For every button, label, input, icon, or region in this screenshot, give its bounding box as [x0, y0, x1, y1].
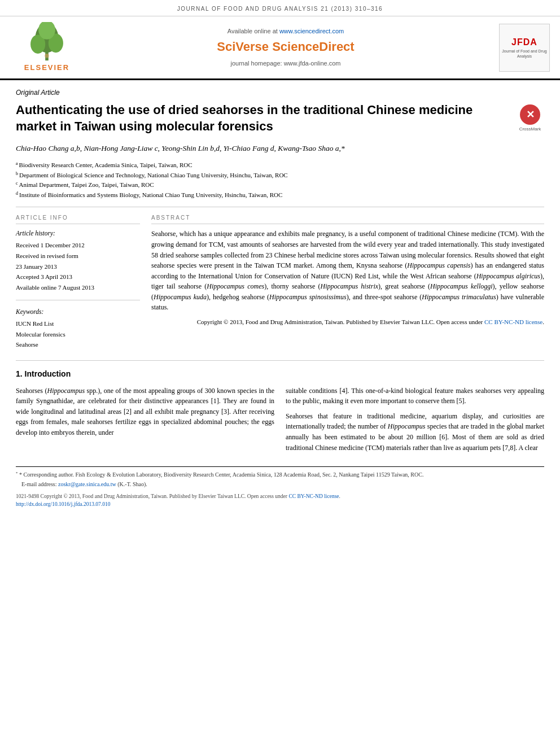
- intro-right-column: suitable conditions [4]. This one-of-a-k…: [286, 386, 544, 458]
- received-date-2: 23 January 2013: [16, 261, 140, 272]
- copyright-footer: 1021-9498 Copyright © 2013, Food and Dru…: [16, 492, 544, 509]
- title-crossmark-row: Authenticating the use of dried seahorse…: [16, 102, 544, 134]
- intro-left-column: Seahorses (Hippocampus spp.), one of the…: [16, 386, 274, 458]
- banner-center: Available online at www.sciencedirect.co…: [84, 27, 488, 68]
- intro-text-right: suitable conditions [4]. This one-of-a-k…: [286, 386, 544, 407]
- divider-keywords: [16, 300, 140, 300]
- intro-section-title: 1. Introduction: [16, 369, 544, 380]
- abstract-column: ABSTRACT Seahorse, which has a unique ap…: [151, 214, 544, 350]
- affiliations-list: a Biodiversity Research Center, Academia…: [16, 160, 544, 200]
- sciencedirect-url-link[interactable]: www.sciencedirect.com: [279, 28, 344, 34]
- crossmark-badge[interactable]: ✕ CrossMark: [516, 104, 544, 132]
- affiliation-a-text: Biodiversity Research Center, Academia S…: [19, 160, 193, 171]
- elsevier-tree-icon: [21, 22, 72, 62]
- keywords-group: Keywords: IUCN Red List Molecular forens…: [16, 307, 140, 350]
- keyword-2: Molecular forensics: [16, 329, 140, 340]
- jfda-homepage-link[interactable]: www.jfda-online.com: [284, 60, 341, 67]
- article-history-group: Article history: Received 1 December 201…: [16, 229, 140, 293]
- keyword-1: IUCN Red List: [16, 318, 140, 329]
- jfda-full-name: Journal of Food and Drug Analysis: [500, 49, 549, 59]
- cc-license-link[interactable]: CC BY-NC-ND license: [484, 318, 542, 325]
- corresponding-author-note: * * Corresponding author. Fish Ecology &…: [16, 470, 544, 479]
- affiliation-b: b Department of Biological Science and T…: [16, 171, 544, 181]
- crossmark-label: CrossMark: [519, 126, 541, 132]
- banner: ELSEVIER Available online at www.science…: [0, 16, 560, 80]
- article-info-column: ARTICLE INFO Article history: Received 1…: [16, 214, 140, 350]
- elsevier-logo: ELSEVIER: [10, 22, 84, 73]
- affiliation-d: d Institute of Bioinformatics and System…: [16, 190, 544, 200]
- divider-affiliations: [16, 207, 544, 207]
- elsevier-wordmark: ELSEVIER: [24, 63, 69, 73]
- affiliation-d-text: Institute of Bioinformatics and Systems …: [19, 190, 282, 200]
- journal-homepage-text: journal homepage: www.jfda-online.com: [84, 59, 488, 68]
- affiliation-c: c Animal Department, Taipei Zoo, Taipei,…: [16, 180, 544, 190]
- article-history-label: Article history:: [16, 229, 140, 238]
- elsevier-logo-area: ELSEVIER: [10, 22, 84, 73]
- article-type-label: Original Article: [16, 88, 544, 98]
- main-content: Original Article Authenticating the use …: [0, 80, 560, 518]
- article-info-header: ARTICLE INFO: [16, 214, 140, 224]
- intro-text-right-2: Seahorses that feature in traditional me…: [286, 411, 544, 453]
- introduction-section: 1. Introduction Seahorses (Hippocampus s…: [16, 360, 544, 457]
- article-info-abstract-section: ARTICLE INFO Article history: Received 1…: [16, 214, 544, 350]
- introduction-body: Seahorses (Hippocampus spp.), one of the…: [16, 386, 544, 458]
- affiliation-b-text: Department of Biological Science and Tec…: [19, 171, 288, 181]
- affiliation-a: a Biodiversity Research Center, Academia…: [16, 160, 544, 171]
- intro-text-left: Seahorses (Hippocampus spp.), one of the…: [16, 386, 274, 438]
- accepted-date: Accepted 3 April 2013: [16, 272, 140, 282]
- keywords-label: Keywords:: [16, 307, 140, 316]
- sciverse-sciencedirect-logo: SciVerse ScienceDirect: [84, 38, 488, 56]
- footnotes-area: * * Corresponding author. Fish Ecology &…: [16, 466, 544, 508]
- authors-list: Chia-Hao Chang a,b, Nian-Hong Jang-Liaw …: [16, 142, 544, 155]
- keyword-3: Seahorse: [16, 339, 140, 350]
- abstract-header: ABSTRACT: [151, 214, 544, 224]
- journal-header-bar: JOURNAL OF FOOD AND DRUG ANALYSIS 21 (20…: [0, 0, 560, 16]
- affiliation-c-text: Animal Department, Taipei Zoo, Taipei, T…: [19, 180, 154, 190]
- received-date-1: Received 1 December 2012: [16, 240, 140, 251]
- jfda-abbreviation: JFDA: [511, 36, 537, 49]
- email-note: E-mail address: zoskr@gate.sinica.edu.tw…: [16, 480, 544, 489]
- abstract-copyright: Copyright © 2013, Food and Drug Administ…: [151, 317, 544, 327]
- cc-footer-license-link[interactable]: CC BY-NC-ND license: [288, 493, 339, 499]
- abstract-text: Seahorse, which has a unique appearance …: [151, 229, 544, 313]
- crossmark-icon: ✕: [520, 104, 540, 125]
- article-title: Authenticating the use of dried seahorse…: [16, 102, 516, 134]
- available-online-date: Available online 7 August 2013: [16, 282, 140, 293]
- author-email-link[interactable]: zoskr@gate.sinica.edu.tw: [58, 481, 116, 487]
- received-revised-label: Received in revised form: [16, 251, 140, 261]
- svg-point-5: [45, 54, 49, 58]
- journal-header-text: JOURNAL OF FOOD AND DRUG ANALYSIS 21 (20…: [177, 6, 383, 12]
- available-online-text: Available online at www.sciencedirect.co…: [84, 27, 488, 36]
- jfda-logo-area: JFDA Journal of Food and Drug Analysis: [488, 24, 550, 72]
- doi-link[interactable]: http://dx.doi.org/10.1016/j.jfda.2013.07…: [16, 501, 110, 507]
- jfda-journal-logo: JFDA Journal of Food and Drug Analysis: [499, 24, 550, 72]
